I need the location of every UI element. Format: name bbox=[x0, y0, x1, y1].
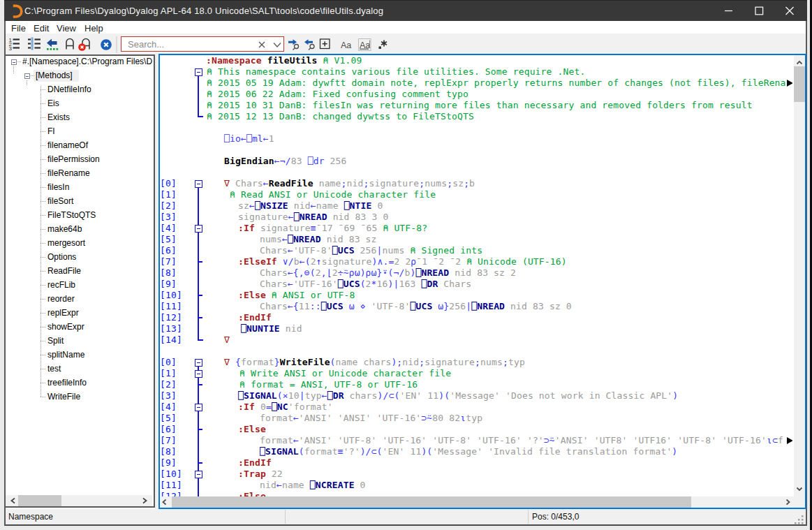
svg-text:Aa: Aa bbox=[341, 41, 351, 50]
svg-text:Aa: Aa bbox=[360, 41, 370, 50]
svg-text:3: 3 bbox=[9, 45, 13, 52]
